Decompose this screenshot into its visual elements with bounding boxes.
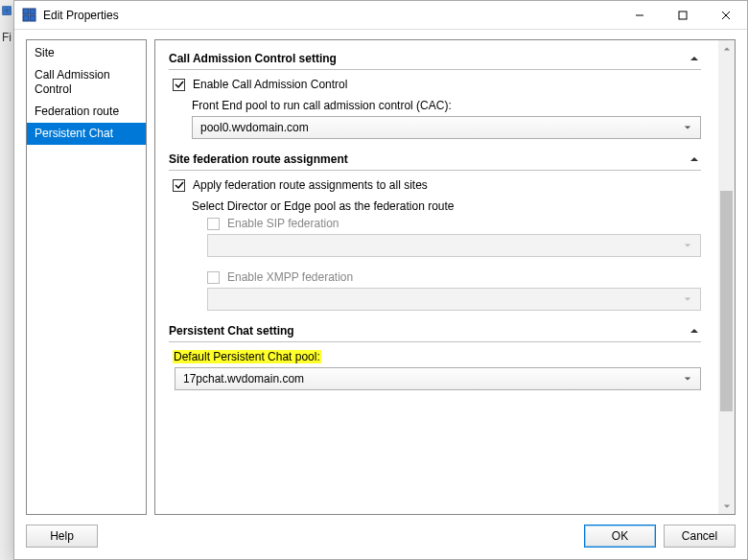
section-title: Site federation route assignment [169,152,690,166]
section-header-persistent-chat[interactable]: Persistent Chat setting [169,320,701,342]
button-bar: Help OK Cancel [26,525,736,548]
scroll-up-button[interactable] [718,40,735,57]
label-cac-pool-caption: Front End pool to run call admission con… [192,99,452,112]
label-apply-federation: Apply federation route assignments to al… [193,178,428,192]
chevron-up-icon [690,326,699,336]
chevron-down-icon [679,375,696,383]
label-enable-sip: Enable SIP federation [227,217,339,230]
check-icon [175,80,184,89]
ok-button[interactable]: OK [584,525,656,548]
sidebar-item-federation-route[interactable]: Federation route [27,101,146,123]
close-button[interactable] [704,1,747,29]
label-enable-xmpp: Enable XMPP federation [227,270,353,284]
scroll-view: Call Admission Control setting Enable Ca… [155,40,718,514]
scroll-thumb[interactable] [720,191,733,411]
svg-rect-7 [30,15,35,21]
sidebar-item-cac[interactable]: Call Admission Control [27,64,146,101]
checkbox-enable-sip-federation [207,218,220,230]
check-icon [175,180,184,190]
label-default-pchat-pool: Default Persistent Chat pool: [173,350,321,363]
sidebar-item-persistent-chat[interactable]: Persistent Chat [27,123,146,145]
vertical-scrollbar[interactable] [718,40,735,514]
svg-marker-20 [723,504,729,507]
section-header-cac[interactable]: Call Admission Control setting [169,48,701,70]
parent-label-fragment: Fi [2,31,12,44]
section-header-federation[interactable]: Site federation route assignment [169,149,701,171]
dropdown-value: 17pchat.wvdomain.com [183,372,679,385]
label-select-edge-pool: Select Director or Edge pool as the fede… [192,199,455,213]
label-enable-cac: Enable Call Admission Control [193,78,347,91]
chevron-down-icon [723,502,731,510]
svg-marker-12 [690,57,698,60]
minimize-button[interactable] [618,1,661,29]
minimize-icon [635,11,644,20]
svg-marker-16 [685,297,690,300]
chevron-down-icon [679,242,696,249]
dropdown-sip-pool [207,234,701,257]
chevron-up-icon [723,45,731,53]
titlebar[interactable]: Edit Properties [14,1,747,30]
checkbox-enable-xmpp-federation [207,271,220,284]
svg-rect-3 [8,12,12,15]
chevron-down-icon [679,295,696,303]
dropdown-pchat-pool[interactable]: 17pchat.wvdomain.com [175,367,701,390]
dropdown-cac-pool[interactable]: pool0.wvdomain.com [192,116,701,139]
parent-toolbar-icon [2,6,12,16]
svg-rect-1 [8,7,12,11]
chevron-up-icon [690,54,699,63]
section-title: Call Admission Control setting [169,52,690,65]
app-icon [22,8,37,23]
content-pane: Call Admission Control setting Enable Ca… [154,39,736,515]
svg-rect-2 [3,12,7,15]
sidebar-item-site[interactable]: Site [27,42,146,64]
maximize-button[interactable] [661,1,704,29]
svg-rect-9 [679,12,687,19]
svg-rect-5 [30,9,35,14]
scroll-track[interactable] [718,57,735,498]
help-button[interactable]: Help [26,525,98,548]
svg-rect-6 [23,15,29,21]
dropdown-xmpp-pool [207,288,701,311]
scroll-down-button[interactable] [718,498,735,514]
close-icon [721,11,731,20]
highlight-marker: Default Persistent Chat pool: [173,350,321,363]
cancel-button[interactable]: Cancel [664,525,736,548]
svg-marker-13 [685,126,690,128]
section-title: Persistent Chat setting [169,324,690,338]
chevron-down-icon [679,124,696,131]
checkbox-apply-federation-all-sites[interactable] [173,179,185,192]
dialog-window: Edit Properties Site Call Admission Cont… [13,0,748,560]
window-title: Edit Properties [43,9,618,22]
checkbox-enable-cac[interactable] [173,79,185,91]
svg-marker-17 [690,329,698,333]
parent-window-strip: Fi [0,0,13,560]
svg-marker-15 [685,244,690,246]
svg-marker-18 [685,377,690,380]
svg-marker-14 [690,157,698,161]
svg-rect-0 [3,7,7,11]
maximize-icon [678,11,688,20]
dropdown-value: pool0.wvdomain.com [200,121,679,134]
svg-rect-4 [23,9,29,14]
chevron-up-icon [690,154,699,164]
svg-marker-19 [723,47,729,50]
nav-sidebar: Site Call Admission Control Federation r… [26,39,147,515]
